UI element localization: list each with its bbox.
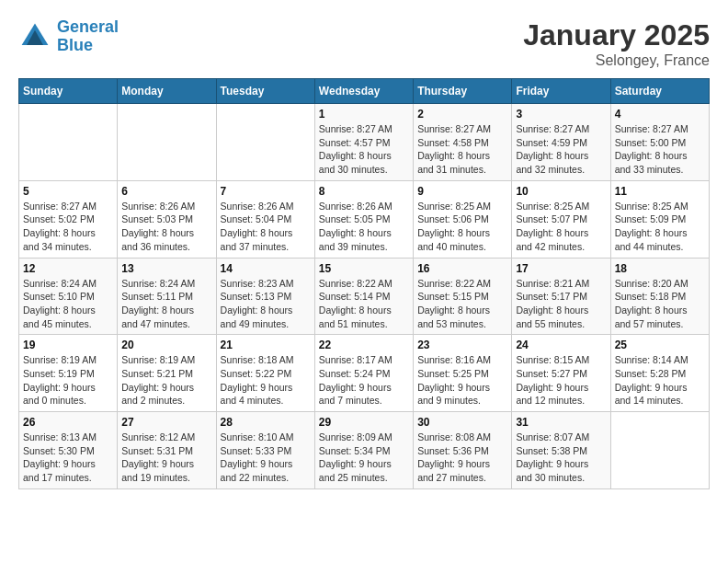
day-number: 2 bbox=[417, 108, 507, 121]
day-info: Sunrise: 8:22 AM Sunset: 5:15 PM Dayligh… bbox=[417, 277, 507, 331]
calendar-cell: 5Sunrise: 8:27 AM Sunset: 5:02 PM Daylig… bbox=[19, 180, 118, 258]
weekday-header-wednesday: Wednesday bbox=[314, 79, 413, 104]
calendar-cell: 14Sunrise: 8:23 AM Sunset: 5:13 PM Dayli… bbox=[216, 258, 314, 335]
logo-line1: General bbox=[57, 17, 119, 36]
day-info: Sunrise: 8:17 AM Sunset: 5:24 PM Dayligh… bbox=[319, 353, 409, 408]
calendar-cell bbox=[610, 412, 709, 489]
calendar-header-row: SundayMondayTuesdayWednesdayThursdayFrid… bbox=[19, 79, 710, 104]
day-info: Sunrise: 8:13 AM Sunset: 5:30 PM Dayligh… bbox=[23, 431, 113, 485]
day-number: 12 bbox=[23, 262, 113, 275]
month-title: January 2025 bbox=[523, 18, 710, 52]
day-number: 22 bbox=[319, 339, 409, 351]
day-number: 6 bbox=[121, 185, 211, 198]
calendar-cell: 28Sunrise: 8:10 AM Sunset: 5:33 PM Dayli… bbox=[216, 412, 314, 489]
weekday-header-thursday: Thursday bbox=[414, 79, 512, 104]
day-number: 4 bbox=[615, 108, 705, 121]
location-title: Selongey, France bbox=[523, 52, 710, 69]
weekday-header-monday: Monday bbox=[118, 79, 216, 104]
day-number: 30 bbox=[417, 416, 507, 429]
day-number: 3 bbox=[516, 108, 606, 121]
day-info: Sunrise: 8:10 AM Sunset: 5:33 PM Dayligh… bbox=[221, 431, 311, 485]
day-number: 26 bbox=[23, 416, 113, 429]
calendar-cell: 7Sunrise: 8:26 AM Sunset: 5:04 PM Daylig… bbox=[216, 180, 314, 258]
calendar-cell: 25Sunrise: 8:14 AM Sunset: 5:28 PM Dayli… bbox=[610, 335, 709, 412]
page-header: General Blue January 2025 Selongey, Fran… bbox=[18, 18, 710, 69]
day-info: Sunrise: 8:23 AM Sunset: 5:13 PM Dayligh… bbox=[221, 277, 311, 331]
weekday-header-sunday: Sunday bbox=[19, 79, 118, 104]
weekday-header-saturday: Saturday bbox=[610, 79, 709, 104]
day-number: 28 bbox=[221, 416, 311, 429]
calendar-cell bbox=[19, 104, 118, 181]
day-info: Sunrise: 8:25 AM Sunset: 5:06 PM Dayligh… bbox=[417, 200, 507, 254]
day-info: Sunrise: 8:25 AM Sunset: 5:07 PM Dayligh… bbox=[516, 200, 606, 254]
calendar-week-5: 26Sunrise: 8:13 AM Sunset: 5:30 PM Dayli… bbox=[19, 412, 710, 489]
day-number: 21 bbox=[221, 339, 311, 351]
day-info: Sunrise: 8:19 AM Sunset: 5:19 PM Dayligh… bbox=[23, 353, 113, 408]
calendar-cell bbox=[118, 104, 216, 181]
day-info: Sunrise: 8:27 AM Sunset: 5:02 PM Dayligh… bbox=[23, 200, 113, 254]
calendar-cell: 8Sunrise: 8:26 AM Sunset: 5:05 PM Daylig… bbox=[314, 180, 413, 258]
day-info: Sunrise: 8:24 AM Sunset: 5:11 PM Dayligh… bbox=[121, 277, 211, 331]
day-info: Sunrise: 8:26 AM Sunset: 5:04 PM Dayligh… bbox=[221, 200, 311, 254]
day-info: Sunrise: 8:25 AM Sunset: 5:09 PM Dayligh… bbox=[615, 200, 705, 254]
day-number: 19 bbox=[23, 339, 113, 351]
calendar-cell: 22Sunrise: 8:17 AM Sunset: 5:24 PM Dayli… bbox=[314, 335, 413, 412]
day-info: Sunrise: 8:22 AM Sunset: 5:14 PM Dayligh… bbox=[319, 277, 409, 331]
calendar-cell: 1Sunrise: 8:27 AM Sunset: 4:57 PM Daylig… bbox=[314, 104, 413, 181]
title-block: January 2025 Selongey, France bbox=[523, 18, 710, 69]
day-number: 24 bbox=[516, 339, 606, 351]
day-number: 13 bbox=[121, 262, 211, 275]
day-number: 29 bbox=[319, 416, 409, 429]
day-info: Sunrise: 8:16 AM Sunset: 5:25 PM Dayligh… bbox=[417, 353, 507, 408]
day-info: Sunrise: 8:27 AM Sunset: 4:58 PM Dayligh… bbox=[417, 122, 507, 177]
day-info: Sunrise: 8:07 AM Sunset: 5:38 PM Dayligh… bbox=[516, 431, 606, 485]
day-number: 31 bbox=[516, 416, 606, 429]
calendar-cell: 3Sunrise: 8:27 AM Sunset: 4:59 PM Daylig… bbox=[512, 104, 610, 181]
day-info: Sunrise: 8:20 AM Sunset: 5:18 PM Dayligh… bbox=[615, 277, 705, 331]
day-number: 9 bbox=[417, 185, 507, 198]
day-info: Sunrise: 8:15 AM Sunset: 5:27 PM Dayligh… bbox=[516, 353, 606, 408]
day-info: Sunrise: 8:08 AM Sunset: 5:36 PM Dayligh… bbox=[417, 431, 507, 485]
day-number: 18 bbox=[615, 262, 705, 275]
day-info: Sunrise: 8:26 AM Sunset: 5:05 PM Dayligh… bbox=[319, 200, 409, 254]
calendar-week-1: 1Sunrise: 8:27 AM Sunset: 4:57 PM Daylig… bbox=[19, 104, 710, 181]
day-number: 11 bbox=[615, 185, 705, 198]
day-info: Sunrise: 8:19 AM Sunset: 5:21 PM Dayligh… bbox=[121, 353, 211, 408]
day-info: Sunrise: 8:26 AM Sunset: 5:03 PM Dayligh… bbox=[121, 200, 211, 254]
day-info: Sunrise: 8:18 AM Sunset: 5:22 PM Dayligh… bbox=[221, 353, 311, 408]
calendar-week-4: 19Sunrise: 8:19 AM Sunset: 5:19 PM Dayli… bbox=[19, 335, 710, 412]
day-number: 25 bbox=[615, 339, 705, 351]
calendar-cell: 20Sunrise: 8:19 AM Sunset: 5:21 PM Dayli… bbox=[118, 335, 216, 412]
day-number: 8 bbox=[319, 185, 409, 198]
calendar-cell: 2Sunrise: 8:27 AM Sunset: 4:58 PM Daylig… bbox=[414, 104, 512, 181]
calendar-table: SundayMondayTuesdayWednesdayThursdayFrid… bbox=[18, 78, 710, 489]
calendar-cell: 10Sunrise: 8:25 AM Sunset: 5:07 PM Dayli… bbox=[512, 180, 610, 258]
calendar-cell: 31Sunrise: 8:07 AM Sunset: 5:38 PM Dayli… bbox=[512, 412, 610, 489]
day-info: Sunrise: 8:27 AM Sunset: 4:59 PM Dayligh… bbox=[516, 122, 606, 177]
day-info: Sunrise: 8:12 AM Sunset: 5:31 PM Dayligh… bbox=[121, 431, 211, 485]
day-number: 17 bbox=[516, 262, 606, 275]
calendar-cell: 26Sunrise: 8:13 AM Sunset: 5:30 PM Dayli… bbox=[19, 412, 118, 489]
day-number: 15 bbox=[319, 262, 409, 275]
calendar-cell: 4Sunrise: 8:27 AM Sunset: 5:00 PM Daylig… bbox=[610, 104, 709, 181]
day-info: Sunrise: 8:27 AM Sunset: 4:57 PM Dayligh… bbox=[319, 122, 409, 177]
weekday-header-tuesday: Tuesday bbox=[216, 79, 314, 104]
day-info: Sunrise: 8:14 AM Sunset: 5:28 PM Dayligh… bbox=[615, 353, 705, 408]
logo-line2: Blue bbox=[57, 36, 93, 54]
day-number: 10 bbox=[516, 185, 606, 198]
calendar-cell: 13Sunrise: 8:24 AM Sunset: 5:11 PM Dayli… bbox=[118, 258, 216, 335]
calendar-cell: 16Sunrise: 8:22 AM Sunset: 5:15 PM Dayli… bbox=[414, 258, 512, 335]
calendar-cell bbox=[216, 104, 314, 181]
logo-text: General Blue bbox=[57, 18, 119, 55]
calendar-cell: 27Sunrise: 8:12 AM Sunset: 5:31 PM Dayli… bbox=[118, 412, 216, 489]
day-info: Sunrise: 8:09 AM Sunset: 5:34 PM Dayligh… bbox=[319, 431, 409, 485]
weekday-header-friday: Friday bbox=[512, 79, 610, 104]
day-info: Sunrise: 8:21 AM Sunset: 5:17 PM Dayligh… bbox=[516, 277, 606, 331]
calendar-cell: 15Sunrise: 8:22 AM Sunset: 5:14 PM Dayli… bbox=[314, 258, 413, 335]
calendar-cell: 11Sunrise: 8:25 AM Sunset: 5:09 PM Dayli… bbox=[610, 180, 709, 258]
calendar-cell: 6Sunrise: 8:26 AM Sunset: 5:03 PM Daylig… bbox=[118, 180, 216, 258]
logo: General Blue bbox=[18, 18, 119, 55]
calendar-cell: 12Sunrise: 8:24 AM Sunset: 5:10 PM Dayli… bbox=[19, 258, 118, 335]
calendar-cell: 18Sunrise: 8:20 AM Sunset: 5:18 PM Dayli… bbox=[610, 258, 709, 335]
day-number: 16 bbox=[417, 262, 507, 275]
